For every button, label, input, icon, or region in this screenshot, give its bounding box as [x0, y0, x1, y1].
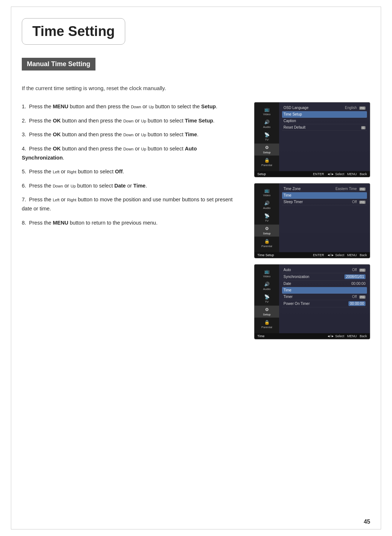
page-border-bottom: [11, 529, 381, 529]
parental-icon-3: 🔒: [264, 320, 270, 325]
audio-icon-2: 🔊: [264, 201, 270, 206]
sidebar-setup-3: ⚙ Setup: [254, 306, 279, 318]
tv-icon-2: 📡: [264, 213, 270, 218]
page-title: Time Setting: [32, 24, 115, 39]
menu-row-sleeptimer: Sleep Timer Off FG: [282, 199, 367, 205]
sidebar-video-1: 📺 Video: [254, 105, 279, 117]
video-icon-3: 📺: [264, 269, 270, 274]
footer-btns-3: ◄/► Select MENU Back: [327, 334, 367, 338]
tv-sidebar-1: 📺 Video 🔊 Audio 📡 TV ⚙ Setup: [254, 102, 279, 171]
tv-main-1: OSD Language English FG Time Setup Capti…: [279, 102, 370, 171]
sidebar-video-2: 📺 Video: [254, 186, 279, 198]
instructions-panel: 1. Press the MENU button and then press …: [22, 102, 240, 339]
sidebar-audio-3: 🔊 Audio: [254, 280, 279, 292]
sidebar-parental-3: 🔒 Parental: [254, 318, 279, 330]
sidebar-tv-3: 📡 TV: [254, 293, 279, 305]
step-1: 1. Press the MENU button and then press …: [22, 102, 240, 111]
tv-menu-3: 📺 Video 🔊 Audio 📡 TV ⚙ Setup: [254, 265, 370, 333]
menu-row-powerontimer: Power On Timer 00:00:00: [282, 300, 367, 307]
sidebar-tv-2: 📡 TV: [254, 212, 279, 224]
sidebar-parental-1: 🔒 Parental: [254, 156, 279, 168]
tv-footer-3: Time ◄/► Select MENU Back: [254, 333, 370, 339]
menu-row-date: Date 00:00:00: [282, 281, 367, 287]
tv-screen-1: 📺 Video 🔊 Audio 📡 TV ⚙ Setup: [254, 102, 370, 177]
tv-screen-2: 📺 Video 🔊 Audio 📡 TV ⚙ Setup: [254, 183, 370, 258]
main-content: 1. Press the MENU button and then press …: [22, 102, 370, 339]
tv-icon-3: 📡: [264, 294, 270, 299]
menu-row-time: Time: [282, 192, 367, 199]
page-title-box: Time Setting: [22, 18, 125, 45]
page-border-left: [11, 7, 11, 529]
sidebar-video-3: 📺 Video: [254, 267, 279, 279]
menu-row-timesetup: Time Setup: [282, 111, 367, 118]
sidebar-setup-1: ⚙ Setup: [254, 144, 279, 156]
tv-menu-1: 📺 Video 🔊 Audio 📡 TV ⚙ Setup: [254, 102, 370, 171]
setup-icon: ⚙: [264, 145, 270, 150]
menu-row-auto: Auto Off FG: [282, 267, 367, 273]
tv-footer-1: Setup ENTER ◄/► Select MENU Back: [254, 171, 370, 177]
video-icon: 📺: [264, 107, 270, 112]
menu-row-reset: Reset Default G: [282, 124, 367, 131]
page-number: 45: [364, 519, 370, 525]
menu-row-timezone: Time Zone Eastern Time FG: [282, 186, 367, 192]
footer-btns-2: ENTER ◄/► Select MENU Back: [313, 253, 367, 257]
menu-row-sync: Synchronization 2008/01/01: [282, 273, 367, 281]
tv-sidebar-2: 📺 Video 🔊 Audio 📡 TV ⚙ Setup: [254, 184, 279, 252]
menu-row-osd: OSD Language English FG: [282, 105, 367, 111]
tv-icon: 📡: [264, 132, 270, 137]
section-heading: Manual Time Setting: [22, 58, 95, 70]
step-3: 3. Press the OK button and then press th…: [22, 130, 240, 139]
tv-footer-2: Time Setup ENTER ◄/► Select MENU Back: [254, 252, 370, 258]
menu-row-caption: Caption: [282, 118, 367, 124]
tv-main-3: Auto Off FG Synchronization 2008/01/01 D…: [279, 265, 370, 333]
steps-list: 1. Press the MENU button and then press …: [22, 102, 240, 227]
parental-icon-2: 🔒: [264, 239, 270, 244]
step-7: 7. Press the Left or Right button to mov…: [22, 195, 240, 213]
step-6: 6. Press the Down or Up button to select…: [22, 181, 240, 190]
sidebar-audio-1: 🔊 Audio: [254, 118, 279, 130]
parental-icon: 🔒: [264, 158, 270, 163]
intro-text: If the current time setting is wrong, re…: [22, 85, 370, 91]
sidebar-tv-1: 📡 TV: [254, 131, 279, 143]
step-5: 5. Press the Left or Right button to sel…: [22, 167, 240, 176]
footer-btns-1: ENTER ◄/► Select MENU Back: [313, 172, 367, 176]
page-border-right: [381, 7, 381, 529]
sidebar-audio-2: 🔊 Audio: [254, 199, 279, 211]
sidebar-parental-2: 🔒 Parental: [254, 237, 279, 249]
menu-row-time3: Time: [282, 287, 367, 294]
audio-icon: 🔊: [264, 120, 270, 125]
tv-sidebar-3: 📺 Video 🔊 Audio 📡 TV ⚙ Setup: [254, 265, 279, 333]
page-border-top: [11, 7, 381, 7]
step-8: 8. Press the MENU button to return to th…: [22, 218, 240, 227]
video-icon-2: 📺: [264, 188, 270, 193]
tv-screen-3: 📺 Video 🔊 Audio 📡 TV ⚙ Setup: [254, 264, 370, 339]
audio-icon-3: 🔊: [264, 282, 270, 287]
tv-menu-2: 📺 Video 🔊 Audio 📡 TV ⚙ Setup: [254, 184, 370, 252]
step-2: 2. Press the OK button and then press th…: [22, 116, 240, 125]
setup-icon-3: ⚙: [264, 307, 270, 312]
sidebar-setup-2: ⚙ Setup: [254, 225, 279, 237]
tv-main-2: Time Zone Eastern Time FG Time Sleep Tim…: [279, 184, 370, 252]
step-4: 4. Press the OK button and then press th…: [22, 144, 240, 162]
setup-icon-2: ⚙: [264, 226, 270, 231]
screenshots-panel: 📺 Video 🔊 Audio 📡 TV ⚙ Setup: [254, 102, 370, 339]
menu-row-timer: Timer Off FG: [282, 294, 367, 300]
